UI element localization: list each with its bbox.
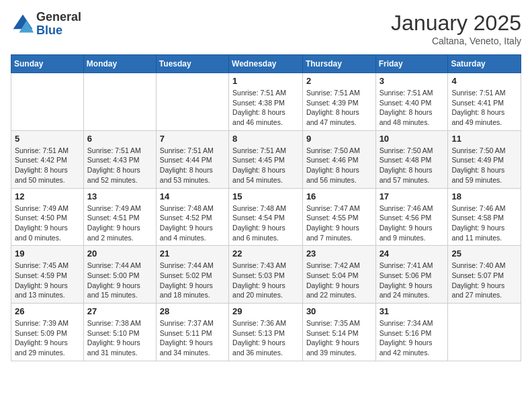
day-info: Sunrise: 7:43 AM Sunset: 5:03 PM Dayligh… [232,261,299,300]
calendar-week-row: 1Sunrise: 7:51 AM Sunset: 4:38 PM Daylig… [11,73,521,131]
calendar-week-row: 12Sunrise: 7:49 AM Sunset: 4:50 PM Dayli… [11,188,521,246]
day-info: Sunrise: 7:44 AM Sunset: 5:00 PM Dayligh… [87,261,152,300]
calendar-cell: 21Sunrise: 7:44 AM Sunset: 5:02 PM Dayli… [156,246,228,304]
calendar-cell: 19Sunrise: 7:45 AM Sunset: 4:59 PM Dayli… [11,246,84,304]
day-number: 26 [15,306,80,316]
day-info: Sunrise: 7:35 AM Sunset: 5:14 PM Dayligh… [306,318,372,358]
day-info: Sunrise: 7:42 AM Sunset: 5:04 PM Dayligh… [306,261,372,300]
calendar-cell: 26Sunrise: 7:39 AM Sunset: 5:09 PM Dayli… [11,304,84,361]
day-info: Sunrise: 7:34 AM Sunset: 5:16 PM Dayligh… [380,318,445,358]
calendar-cell: 6Sunrise: 7:51 AM Sunset: 4:43 PM Daylig… [83,130,156,188]
calendar-cell: 30Sunrise: 7:35 AM Sunset: 5:14 PM Dayli… [302,304,375,361]
calendar-cell [156,73,228,131]
weekday-header: Friday [375,55,448,73]
day-number: 24 [380,248,445,259]
day-info: Sunrise: 7:51 AM Sunset: 4:42 PM Dayligh… [15,146,80,185]
calendar-cell: 12Sunrise: 7:49 AM Sunset: 4:50 PM Dayli… [11,188,84,246]
logo-general: General [36,11,81,24]
page-header: General Blue January 2025 Caltana, Venet… [11,11,521,46]
day-info: Sunrise: 7:46 AM Sunset: 4:56 PM Dayligh… [380,203,445,243]
day-info: Sunrise: 7:47 AM Sunset: 4:55 PM Dayligh… [306,203,372,243]
weekday-header: Thursday [302,55,375,73]
calendar-cell: 4Sunrise: 7:51 AM Sunset: 4:41 PM Daylig… [448,73,521,131]
weekday-header: Sunday [11,55,84,73]
weekday-header: Saturday [448,55,521,73]
day-number: 13 [87,191,152,201]
calendar-cell: 3Sunrise: 7:51 AM Sunset: 4:40 PM Daylig… [375,73,448,131]
day-number: 11 [451,134,517,144]
day-number: 27 [87,306,152,316]
day-info: Sunrise: 7:51 AM Sunset: 4:43 PM Dayligh… [87,146,152,185]
calendar-cell: 28Sunrise: 7:37 AM Sunset: 5:11 PM Dayli… [156,304,228,361]
day-number: 8 [232,134,299,144]
calendar-cell: 25Sunrise: 7:40 AM Sunset: 5:07 PM Dayli… [448,246,521,304]
day-info: Sunrise: 7:51 AM Sunset: 4:44 PM Dayligh… [160,146,225,185]
day-number: 1 [232,76,299,86]
day-number: 3 [380,76,445,86]
calendar-cell: 9Sunrise: 7:50 AM Sunset: 4:46 PM Daylig… [302,130,375,188]
calendar-cell: 24Sunrise: 7:41 AM Sunset: 5:06 PM Dayli… [375,246,448,304]
day-info: Sunrise: 7:38 AM Sunset: 5:10 PM Dayligh… [87,318,152,358]
calendar-cell [83,73,156,131]
calendar-table: SundayMondayTuesdayWednesdayThursdayFrid… [11,54,521,361]
day-info: Sunrise: 7:51 AM Sunset: 4:38 PM Dayligh… [232,88,299,128]
day-info: Sunrise: 7:39 AM Sunset: 5:09 PM Dayligh… [15,318,80,358]
calendar-week-row: 19Sunrise: 7:45 AM Sunset: 4:59 PM Dayli… [11,246,521,304]
day-info: Sunrise: 7:49 AM Sunset: 4:50 PM Dayligh… [15,203,80,243]
day-number: 4 [451,76,517,86]
logo-icon [11,12,35,36]
calendar-cell: 11Sunrise: 7:50 AM Sunset: 4:49 PM Dayli… [448,130,521,188]
day-number: 10 [380,134,445,144]
day-info: Sunrise: 7:45 AM Sunset: 4:59 PM Dayligh… [15,261,80,300]
day-number: 14 [160,191,225,201]
month-title: January 2025 [391,11,521,36]
weekday-header-row: SundayMondayTuesdayWednesdayThursdayFrid… [11,55,521,73]
calendar-cell: 1Sunrise: 7:51 AM Sunset: 4:38 PM Daylig… [229,73,303,131]
day-number: 21 [160,248,225,259]
day-number: 17 [380,191,445,201]
weekday-header: Monday [83,55,156,73]
day-info: Sunrise: 7:44 AM Sunset: 5:02 PM Dayligh… [160,261,225,300]
calendar-cell: 8Sunrise: 7:51 AM Sunset: 4:45 PM Daylig… [229,130,303,188]
day-number: 30 [306,306,372,316]
calendar-cell: 16Sunrise: 7:47 AM Sunset: 4:55 PM Dayli… [302,188,375,246]
day-info: Sunrise: 7:50 AM Sunset: 4:49 PM Dayligh… [451,146,517,185]
day-info: Sunrise: 7:50 AM Sunset: 4:48 PM Dayligh… [380,146,445,185]
day-number: 23 [306,248,372,259]
day-info: Sunrise: 7:48 AM Sunset: 4:52 PM Dayligh… [160,203,225,243]
calendar-cell [11,73,84,131]
calendar-cell: 18Sunrise: 7:46 AM Sunset: 4:58 PM Dayli… [448,188,521,246]
day-number: 15 [232,191,299,201]
calendar-cell: 13Sunrise: 7:49 AM Sunset: 4:51 PM Dayli… [83,188,156,246]
day-info: Sunrise: 7:51 AM Sunset: 4:41 PM Dayligh… [451,88,517,128]
calendar-cell [448,304,521,361]
calendar-cell: 14Sunrise: 7:48 AM Sunset: 4:52 PM Dayli… [156,188,228,246]
weekday-header: Tuesday [156,55,228,73]
day-info: Sunrise: 7:40 AM Sunset: 5:07 PM Dayligh… [451,261,517,300]
calendar-cell: 22Sunrise: 7:43 AM Sunset: 5:03 PM Dayli… [229,246,303,304]
day-info: Sunrise: 7:50 AM Sunset: 4:46 PM Dayligh… [306,146,372,185]
day-info: Sunrise: 7:37 AM Sunset: 5:11 PM Dayligh… [160,318,225,358]
day-number: 22 [232,248,299,259]
day-info: Sunrise: 7:41 AM Sunset: 5:06 PM Dayligh… [380,261,445,300]
calendar-cell: 23Sunrise: 7:42 AM Sunset: 5:04 PM Dayli… [302,246,375,304]
day-info: Sunrise: 7:48 AM Sunset: 4:54 PM Dayligh… [232,203,299,243]
weekday-header: Wednesday [229,55,303,73]
calendar-week-row: 5Sunrise: 7:51 AM Sunset: 4:42 PM Daylig… [11,130,521,188]
calendar-cell: 29Sunrise: 7:36 AM Sunset: 5:13 PM Dayli… [229,304,303,361]
day-number: 2 [306,76,372,86]
day-number: 7 [160,134,225,144]
calendar-cell: 5Sunrise: 7:51 AM Sunset: 4:42 PM Daylig… [11,130,84,188]
day-info: Sunrise: 7:51 AM Sunset: 4:40 PM Dayligh… [380,88,445,128]
day-info: Sunrise: 7:36 AM Sunset: 5:13 PM Dayligh… [232,318,299,358]
day-number: 28 [160,306,225,316]
day-info: Sunrise: 7:51 AM Sunset: 4:39 PM Dayligh… [306,88,372,128]
calendar-cell: 15Sunrise: 7:48 AM Sunset: 4:54 PM Dayli… [229,188,303,246]
day-number: 18 [451,191,517,201]
day-info: Sunrise: 7:49 AM Sunset: 4:51 PM Dayligh… [87,203,152,243]
logo: General Blue [11,11,81,38]
day-number: 5 [15,134,80,144]
calendar-week-row: 26Sunrise: 7:39 AM Sunset: 5:09 PM Dayli… [11,304,521,361]
calendar-cell: 20Sunrise: 7:44 AM Sunset: 5:00 PM Dayli… [83,246,156,304]
day-info: Sunrise: 7:51 AM Sunset: 4:45 PM Dayligh… [232,146,299,185]
